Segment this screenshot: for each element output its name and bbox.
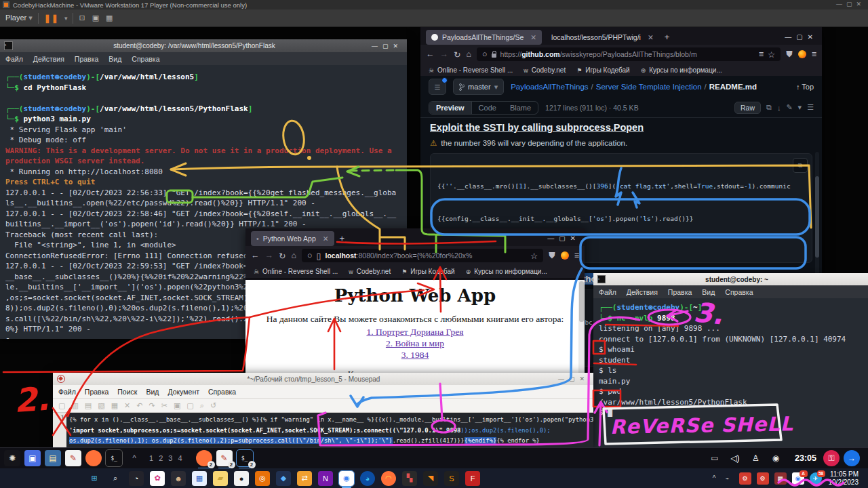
tray-gear-red-1-icon[interactable]: ⚙ bbox=[739, 472, 751, 485]
bookmark-item[interactable]: ☠Online - Reverse Shell ... bbox=[254, 268, 338, 275]
menu-item-файл[interactable]: Файл bbox=[5, 55, 23, 63]
close-file-icon[interactable]: ✕ bbox=[124, 401, 130, 410]
undo-icon[interactable]: ↶ bbox=[136, 401, 142, 410]
firefox-window-icon[interactable]: 2 bbox=[196, 450, 212, 466]
menu-item-вид[interactable]: Вид bbox=[108, 55, 121, 63]
bookmark-star-icon[interactable]: ☆ bbox=[768, 49, 775, 60]
minimize-button[interactable]: — bbox=[785, 33, 796, 41]
open-file-icon[interactable]: ▥ bbox=[71, 401, 78, 410]
copy-icon[interactable]: ▣ bbox=[174, 401, 180, 410]
suspend-caret-icon[interactable]: ▾ bbox=[64, 15, 68, 22]
close-button[interactable]: ✕ bbox=[570, 235, 580, 242]
bookmark-star-icon[interactable]: ☆ bbox=[530, 251, 538, 261]
back-icon[interactable]: ← bbox=[251, 251, 260, 260]
copy-raw-icon[interactable]: ⧉ bbox=[766, 103, 772, 112]
menu-item-справка[interactable]: Справка bbox=[208, 388, 236, 396]
minimize-button[interactable]: — bbox=[836, 1, 846, 7]
host-clock[interactable]: 11:05 PM10/2/2023 bbox=[829, 470, 859, 487]
start-icon[interactable]: ⊞ bbox=[87, 471, 102, 486]
tab-localhost-phptwig[interactable]: localhost/lesson5/PHPTwig/i ✕ bbox=[546, 30, 659, 45]
shield-icon[interactable]: ○ bbox=[307, 251, 313, 260]
file-explorer-icon[interactable]: ▰ bbox=[213, 471, 228, 486]
onenote-icon[interactable]: N bbox=[318, 471, 333, 486]
bookmark-item[interactable]: ⊕Курсы по информаци... bbox=[641, 66, 722, 74]
raw-button[interactable]: Raw bbox=[734, 102, 761, 114]
menu-item-вид[interactable]: Вид bbox=[702, 288, 715, 296]
portrait-app-icon[interactable]: ☻ bbox=[171, 471, 186, 486]
url-bar[interactable]: ○ ▯ localhost:8080/index?book={%%20for%2… bbox=[302, 249, 543, 262]
power-icon-icon[interactable]: ◉ bbox=[768, 450, 784, 466]
colorful-app-icon[interactable]: ✿ bbox=[150, 471, 165, 486]
paste-icon[interactable]: ▢ bbox=[186, 401, 193, 410]
reload-icon[interactable]: ▦ bbox=[111, 401, 118, 410]
menu-item-вид[interactable]: Вид bbox=[146, 388, 159, 396]
menu-item-действия[interactable]: Действия bbox=[627, 288, 658, 296]
workspace-indicator-icon-icon[interactable]: ▭ bbox=[707, 450, 723, 466]
menu-item-1[interactable]: 1 bbox=[149, 454, 157, 462]
migration-app-icon[interactable]: ⇄ bbox=[297, 471, 312, 486]
hidden-icons-caret[interactable]: ^ bbox=[713, 474, 716, 482]
updates-icon-icon[interactable]: → bbox=[844, 450, 860, 466]
tray-chrome-icon[interactable]: ◉A bbox=[792, 472, 804, 485]
reload-icon[interactable]: ↻ bbox=[454, 49, 460, 60]
text-editor-icon[interactable]: ✎ bbox=[65, 450, 81, 466]
vmware-titlebar[interactable]: CodebyHackMachine - VMware Workstation 1… bbox=[0, 0, 868, 9]
tab-close-icon[interactable]: ✕ bbox=[648, 33, 654, 41]
minimize-button[interactable]: — bbox=[558, 375, 569, 382]
search-icon[interactable]: ⌕ bbox=[200, 401, 204, 410]
file-tree-icon[interactable]: ☰ bbox=[429, 79, 446, 95]
breadcrumb-repo[interactable]: PayloadsAllTheThings bbox=[511, 83, 588, 91]
book-link[interactable]: 2. Война и мир bbox=[245, 338, 585, 349]
menu-item-правка[interactable]: Правка bbox=[75, 55, 98, 63]
close-button[interactable]: ✕ bbox=[808, 33, 818, 41]
mousepad-window-icon[interactable]: ✎2 bbox=[216, 450, 233, 466]
menu-item-поиск[interactable]: Поиск bbox=[117, 388, 137, 396]
notifications-icon-icon[interactable]: ♙ bbox=[747, 450, 764, 466]
search-icon[interactable]: ⌕ bbox=[108, 471, 123, 486]
cut-icon[interactable]: ✂ bbox=[161, 401, 167, 410]
obsidian-app-icon[interactable]: ● bbox=[234, 471, 249, 486]
maximize-button[interactable]: ▢ bbox=[559, 235, 570, 242]
chrome-icon[interactable]: ◉ bbox=[339, 471, 354, 486]
menu-item-документ[interactable]: Документ bbox=[167, 388, 199, 396]
menu-item-4[interactable]: 4 bbox=[178, 454, 186, 462]
redo-icon[interactable]: ↷ bbox=[149, 401, 155, 410]
forward-icon[interactable]: → bbox=[440, 49, 449, 59]
pocket-icon[interactable]: ⛊ bbox=[786, 49, 792, 60]
download-icon[interactable]: ↓ bbox=[777, 104, 781, 112]
suspend-button[interactable]: ❚❚ bbox=[44, 14, 59, 23]
unity-icon[interactable]: ▦ bbox=[106, 14, 113, 22]
mousepad-editor[interactable]: 1 {% for x in ().__class__.__base__.__su… bbox=[53, 413, 593, 449]
back-to-top-link[interactable]: ↑ Top bbox=[796, 83, 814, 91]
tab-close-icon[interactable]: ✕ bbox=[530, 33, 536, 41]
calendar-app-icon[interactable]: ▦ bbox=[192, 471, 207, 486]
menu-item-правка[interactable]: Правка bbox=[85, 388, 108, 396]
menu-icon[interactable]: ≡ bbox=[812, 49, 816, 59]
tab-payloadsallthethings[interactable]: PayloadsAllTheThings/Se ✕ bbox=[426, 30, 542, 45]
tab-blame[interactable]: Blame bbox=[503, 102, 538, 114]
show-desktop-icon[interactable]: ▣ bbox=[24, 450, 41, 466]
readme-heading-subprocess-popen[interactable]: Exploit the SSTI by calling subprocess.P… bbox=[430, 122, 812, 133]
mousepad-titlebar[interactable]: *~/Рабочий стол/tmp_lesson_5 - Mousepad … bbox=[53, 373, 593, 385]
save-as-icon[interactable]: ▧ bbox=[98, 401, 104, 410]
gauge-app-icon[interactable]: ◔ bbox=[129, 471, 144, 486]
book-link[interactable]: 3. 1984 bbox=[245, 349, 585, 361]
back-icon[interactable]: ← bbox=[426, 49, 435, 59]
menu-item-2[interactable]: 2 bbox=[159, 454, 167, 462]
fullscreen-icon[interactable]: ▣ bbox=[92, 14, 99, 22]
show-hidden-icon[interactable]: ^ bbox=[126, 450, 142, 466]
volume-icon-icon[interactable]: ◁) bbox=[727, 450, 743, 466]
vm-clock[interactable]: 23:05 bbox=[795, 453, 816, 463]
close-button[interactable]: ✕ bbox=[579, 375, 589, 382]
home-icon[interactable]: ⌂ bbox=[291, 251, 296, 260]
save-icon[interactable]: ▤ bbox=[85, 401, 92, 410]
close-button[interactable]: ✕ bbox=[856, 1, 865, 7]
payload-text[interactable]: {% for x in ().__class__.__base__.__subc… bbox=[66, 413, 593, 449]
edit-icon[interactable]: ✎ bbox=[786, 103, 792, 112]
new-file-icon[interactable]: ▢ bbox=[58, 401, 65, 410]
tab-close-icon[interactable]: ✕ bbox=[323, 235, 329, 243]
tray-gear-red-2-icon[interactable]: ⚙ bbox=[757, 472, 769, 485]
shield-icon[interactable]: ○ bbox=[482, 49, 488, 59]
workspace-switcher[interactable]: 1234 bbox=[149, 454, 188, 462]
menu-item-действия[interactable]: Действия bbox=[33, 55, 64, 63]
